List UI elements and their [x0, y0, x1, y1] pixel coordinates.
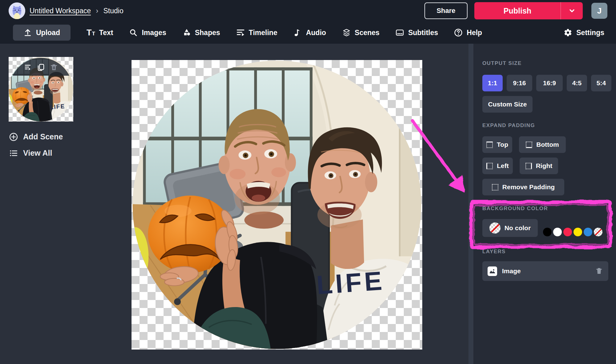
breadcrumb-workspace-link[interactable]: Untitled Workspace: [30, 7, 91, 15]
trash-icon: [595, 267, 603, 275]
header-row: Untitled Workspace › Studio Share Publis…: [0, 0, 616, 22]
color-swatches: [543, 228, 602, 236]
remove-padding-button[interactable]: Remove Padding: [482, 179, 564, 195]
tab-subtitles[interactable]: Subtitles: [395, 28, 438, 37]
swatch-transparent[interactable]: [594, 228, 602, 236]
subtitles-icon: [395, 28, 404, 37]
scene-thumbnail[interactable]: [9, 57, 73, 122]
no-color-button[interactable]: No color: [482, 219, 538, 237]
ratio-5-4-button[interactable]: 5:4: [591, 75, 611, 91]
tab-label: Text: [99, 29, 113, 37]
view-all-button[interactable]: View All: [9, 149, 52, 158]
swatch-red[interactable]: [563, 228, 572, 236]
output-size-title: OUTPUT SIZE: [482, 60, 522, 66]
tab-label: Help: [467, 29, 482, 37]
tab-images[interactable]: Images: [129, 28, 166, 37]
shirt-text: LIFE: [315, 266, 386, 300]
expand-padding-title: EXPAND PADDING: [482, 122, 535, 129]
chevron-down-icon: [568, 7, 576, 15]
add-scene-button[interactable]: Add Scene: [9, 132, 63, 141]
workspace-logo[interactable]: [9, 2, 25, 19]
tab-label: Timeline: [249, 29, 278, 37]
ratio-4-5-button[interactable]: 4:5: [567, 75, 587, 91]
tab-audio[interactable]: Audio: [293, 28, 326, 37]
share-button[interactable]: Share: [424, 2, 468, 19]
shapes-icon: [182, 28, 191, 37]
pad-bottom-label: Bottom: [536, 141, 559, 148]
add-scene-label: Add Scene: [23, 132, 63, 141]
help-icon: [454, 28, 463, 37]
pad-top-label: Top: [497, 141, 508, 148]
remove-padding-label: Remove Padding: [502, 183, 555, 191]
pad-bottom-icon: [526, 142, 532, 148]
layer-label: Image: [502, 267, 590, 275]
audio-note-icon: [293, 28, 302, 37]
pad-left-label: Left: [497, 162, 509, 170]
text-icon: TT: [87, 28, 95, 38]
ratio-16-9-button[interactable]: 16:9: [536, 75, 563, 91]
image-icon: [488, 266, 497, 276]
gear-icon: [564, 28, 572, 37]
swatch-white[interactable]: [553, 228, 562, 236]
tab-label: Images: [142, 29, 166, 37]
no-color-label: No color: [505, 224, 531, 232]
pad-right-icon: [525, 163, 532, 169]
delete-layer-button[interactable]: [595, 267, 603, 275]
ratio-9-16-button[interactable]: 9:16: [507, 75, 532, 91]
user-avatar[interactable]: J: [591, 3, 607, 19]
publish-label[interactable]: Publish: [474, 2, 561, 19]
panel-divider: [468, 44, 473, 364]
settings-label: Settings: [576, 29, 604, 37]
annotation-arrowhead: [448, 175, 464, 193]
no-color-icon: [489, 222, 500, 234]
timeline-icon: [236, 28, 245, 37]
pad-top-icon: [486, 142, 493, 148]
swatch-yellow[interactable]: [573, 228, 582, 236]
tab-label: Upload: [36, 29, 60, 37]
layer-row-image[interactable]: Image: [482, 261, 608, 281]
search-icon: [129, 28, 138, 37]
background-color-title: BACKGROUND COLOR: [482, 206, 548, 212]
delete-scene-icon[interactable]: [50, 63, 58, 71]
duplicate-scene-icon[interactable]: [37, 63, 45, 71]
settings-button[interactable]: Settings: [564, 28, 604, 37]
remove-padding-icon: [492, 184, 498, 190]
top-bar: Untitled Workspace › Studio Share Publis…: [0, 0, 616, 44]
swatch-black[interactable]: [543, 228, 552, 236]
breadcrumb-page: Studio: [103, 7, 123, 15]
tab-timeline[interactable]: Timeline: [236, 28, 278, 37]
tab-scenes[interactable]: Scenes: [342, 28, 380, 37]
scene-thumbnail-overlay: [10, 58, 72, 121]
pad-left-button[interactable]: Left: [482, 158, 513, 174]
tab-label: Audio: [306, 29, 326, 37]
publish-button[interactable]: Publish: [474, 2, 583, 19]
tab-text[interactable]: TT Text: [87, 28, 113, 38]
tab-label: Scenes: [355, 29, 380, 37]
canvas-image[interactable]: LIFE: [132, 60, 422, 350]
pad-top-button[interactable]: Top: [482, 136, 512, 153]
pad-bottom-button[interactable]: Bottom: [519, 136, 566, 153]
plus-circle-icon: [9, 133, 18, 141]
breadcrumb-separator: ›: [96, 7, 98, 15]
cat-avatar-icon: [9, 2, 25, 19]
reorder-scene-icon[interactable]: [24, 63, 32, 71]
layers-icon: [342, 28, 351, 37]
ratio-row: 1:1 9:16 16:9 4:5 5:4: [482, 75, 611, 91]
kapwing-studio-app: Untitled Workspace › Studio Share Publis…: [0, 0, 616, 364]
list-icon: [9, 149, 18, 158]
layers-title: LAYERS: [482, 249, 506, 255]
main-toolbar: Upload TT Text Images Shapes: [0, 22, 616, 44]
tab-upload[interactable]: Upload: [13, 25, 71, 41]
pad-right-button[interactable]: Right: [520, 158, 558, 174]
publish-dropdown-toggle[interactable]: [561, 2, 583, 19]
editor-canvas: LIFE: [132, 60, 422, 350]
breadcrumb: Untitled Workspace › Studio: [30, 7, 124, 15]
custom-size-button[interactable]: Custom Size: [482, 96, 533, 113]
photo-scene: LIFE: [132, 60, 422, 350]
pad-right-label: Right: [536, 162, 553, 170]
ratio-1-1-button[interactable]: 1:1: [482, 75, 503, 91]
tab-help[interactable]: Help: [454, 28, 482, 37]
tab-shapes[interactable]: Shapes: [182, 28, 220, 37]
tab-label: Subtitles: [408, 29, 438, 37]
swatch-blue[interactable]: [584, 228, 592, 236]
